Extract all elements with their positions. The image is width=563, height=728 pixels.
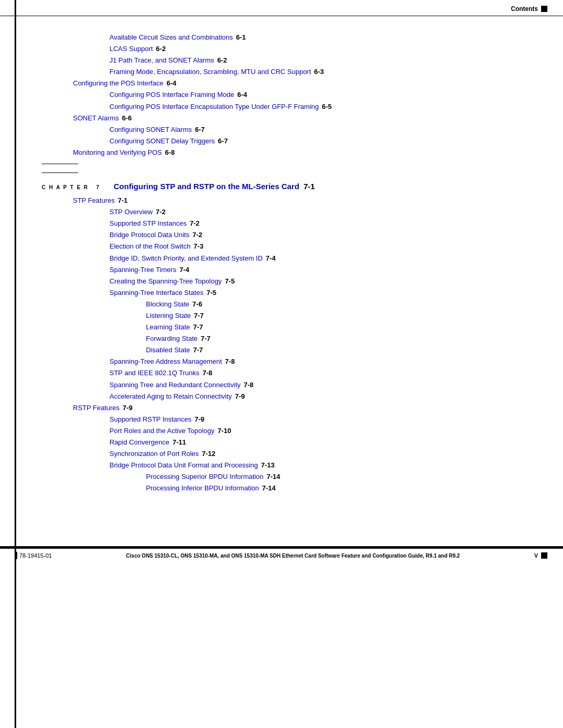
toc-link[interactable]: Election of the Root Switch — [109, 241, 190, 252]
toc-link[interactable]: Forwarding State — [146, 333, 198, 344]
toc-num: 7-9 — [123, 402, 132, 414]
page-header: Contents — [0, 0, 563, 16]
chapter7-entries: STP Features7-1STP Overview7-2Supported … — [42, 195, 532, 494]
toc-item: Creating the Spanning-Tree Topology7-5 — [42, 276, 532, 287]
toc-num: 7-2 — [156, 206, 166, 218]
toc-num: 7-9 — [235, 391, 245, 402]
toc-link[interactable]: Accelerated Aging to Retain Connectivity — [109, 391, 232, 402]
toc-link[interactable]: Synchronization of Port Roles — [109, 448, 199, 460]
footer-page: V — [534, 552, 538, 559]
left-border — [15, 0, 16, 728]
toc-item: J1 Path Trace, and SONET Alarms6-2 — [42, 55, 532, 66]
toc-link[interactable]: Available Circuit Sizes and Combinations — [109, 32, 233, 43]
toc-link[interactable]: Bridge Protocol Data Units — [109, 229, 189, 241]
toc-num: 7-13 — [261, 460, 275, 471]
toc-num: 7-7 — [193, 344, 203, 356]
toc-link[interactable]: Disabled State — [146, 344, 190, 356]
toc-num: 6-4 — [166, 78, 176, 89]
toc-link[interactable]: RSTP Features — [73, 402, 119, 414]
toc-link[interactable]: Monitoring and Verifying POS — [73, 147, 162, 158]
toc-item: Accelerated Aging to Retain Connectivity… — [42, 391, 532, 402]
toc-num: 7-8 — [244, 379, 254, 391]
chapter7-row: C H A P T E R 7 Configuring STP and RSTP… — [42, 182, 532, 191]
toc-link[interactable]: Configuring the POS Interface — [73, 78, 163, 89]
chapter7-title-link[interactable]: Configuring STP and RSTP on the ML-Serie… — [114, 182, 299, 191]
toc-item: Port Roles and the Active Topology7-10 — [42, 425, 532, 437]
toc-link[interactable]: STP Features — [73, 195, 115, 206]
toc-item: LCAS Support6-2 — [42, 43, 532, 55]
toc-link[interactable]: STP Overview — [109, 206, 153, 218]
chapter-separator — [42, 172, 78, 173]
toc-link[interactable]: Spanning-Tree Timers — [109, 264, 176, 276]
toc-link[interactable]: SONET Alarms — [73, 113, 119, 124]
toc-item: Supported RSTP Instances7-9 — [42, 414, 532, 425]
toc-item: Configuring POS Interface Framing Mode6-… — [42, 89, 532, 101]
toc-num: 6-2 — [217, 55, 227, 66]
toc-link[interactable]: Configuring SONET Delay Triggers — [109, 135, 215, 147]
toc-link[interactable]: Configuring POS Interface Framing Mode — [109, 89, 234, 101]
toc-num: 7-7 — [193, 322, 203, 333]
toc-num: 6-7 — [218, 135, 228, 147]
toc-link[interactable]: Configuring SONET Alarms — [109, 124, 192, 135]
toc-num: 7-7 — [201, 333, 211, 344]
toc-link[interactable]: STP and IEEE 802.1Q Trunks — [109, 367, 199, 379]
toc-num: 7-2 — [192, 229, 202, 241]
toc-item: Configuring SONET Delay Triggers6-7 — [42, 135, 532, 147]
toc-item: Spanning-Tree Address Management7-8 — [42, 356, 532, 367]
toc-num: 7-4 — [266, 253, 276, 264]
toc-link[interactable]: Bridge Protocol Data Unit Format and Pro… — [109, 460, 258, 471]
toc-num: 7-11 — [173, 437, 186, 448]
toc-link[interactable]: Supported STP Instances — [109, 218, 187, 229]
prev-chapter-entries: Available Circuit Sizes and Combinations… — [42, 32, 532, 158]
toc-item: Bridge ID, Switch Priority, and Extended… — [42, 253, 532, 264]
toc-item: Synchronization of Port Roles7-12 — [42, 448, 532, 460]
toc-link[interactable]: Port Roles and the Active Topology — [109, 425, 214, 437]
toc-item: Configuring SONET Alarms6-7 — [42, 124, 532, 135]
toc-item: STP Overview7-2 — [42, 206, 532, 218]
header-square-icon — [541, 6, 547, 12]
toc-num: 7-5 — [206, 287, 216, 299]
toc-item: STP Features7-1 — [42, 195, 532, 206]
toc-link[interactable]: Processing Superior BPDU Information — [146, 471, 263, 483]
toc-link[interactable]: Spanning-Tree Address Management — [109, 356, 222, 367]
toc-num: 6-1 — [236, 32, 246, 43]
toc-num: 7-7 — [194, 310, 204, 322]
toc-item: Framing Mode, Encapsulation, Scrambling,… — [42, 66, 532, 78]
toc-link[interactable]: Framing Mode, Encapsulation, Scrambling,… — [109, 66, 311, 78]
toc-item: Available Circuit Sizes and Combinations… — [42, 32, 532, 43]
toc-num: 7-4 — [179, 264, 189, 276]
toc-num: 6-8 — [165, 147, 175, 158]
toc-link[interactable]: LCAS Support — [109, 43, 153, 55]
footer-left-bar — [16, 552, 17, 559]
toc-link[interactable]: Blocking State — [146, 299, 189, 310]
toc-link[interactable]: Learning State — [146, 322, 190, 333]
chapter-label: C H A P T E R 7 — [42, 184, 100, 190]
toc-num: 7-8 — [202, 367, 212, 379]
toc-link[interactable]: Spanning Tree and Redundant Connectivity — [109, 379, 241, 391]
toc-item: RSTP Features7-9 — [42, 402, 532, 414]
toc-link[interactable]: Creating the Spanning-Tree Topology — [109, 276, 222, 287]
toc-link[interactable]: J1 Path Trace, and SONET Alarms — [109, 55, 214, 66]
toc-num: 6-7 — [195, 124, 205, 135]
footer-content: 78-19415-01 Cisco ONS 15310-CL, ONS 1531… — [0, 549, 563, 561]
toc-link[interactable]: Listening State — [146, 310, 191, 322]
toc-item: Spanning-Tree Timers7-4 — [42, 264, 532, 276]
header-contents-label: Contents — [511, 5, 538, 13]
toc-link[interactable]: Spanning-Tree Interface States — [109, 287, 203, 299]
toc-link[interactable]: Rapid Convergence — [109, 437, 169, 448]
toc-num: 6-2 — [156, 43, 166, 55]
toc-link[interactable]: Processing Inferior BPDU Information — [146, 483, 259, 494]
toc-link[interactable]: Bridge ID, Switch Priority, and Extended… — [109, 253, 263, 264]
toc-num: 7-12 — [202, 448, 215, 460]
toc-item: Supported STP Instances7-2 — [42, 218, 532, 229]
footer-title: Cisco ONS 15310-CL, ONS 15310-MA, and ON… — [52, 553, 534, 559]
toc-item: Monitoring and Verifying POS6-8 — [42, 147, 532, 158]
toc-item: Learning State7-7 — [42, 322, 532, 333]
toc-item: Processing Inferior BPDU Information7-14 — [42, 483, 532, 494]
toc-num: 7-8 — [225, 356, 235, 367]
toc-item: SONET Alarms6-6 — [42, 113, 532, 124]
toc-item: Listening State7-7 — [42, 310, 532, 322]
toc-link[interactable]: Supported RSTP Instances — [109, 414, 191, 425]
toc-link[interactable]: Configuring POS Interface Encapsulation … — [109, 101, 319, 113]
toc-item: Bridge Protocol Data Units7-2 — [42, 229, 532, 241]
